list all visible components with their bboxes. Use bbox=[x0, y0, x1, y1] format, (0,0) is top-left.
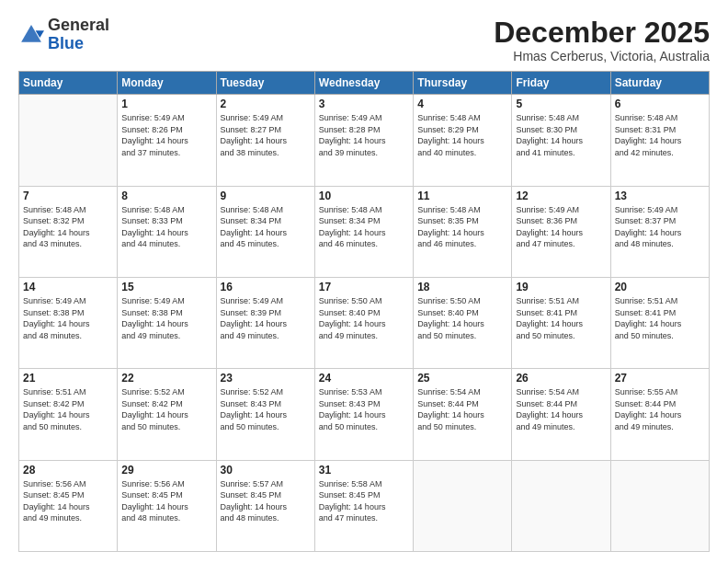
calendar-cell: 13Sunrise: 5:49 AMSunset: 8:37 PMDayligh… bbox=[610, 186, 709, 277]
day-info: Sunrise: 5:49 AMSunset: 8:27 PMDaylight:… bbox=[221, 112, 311, 158]
day-number: 26 bbox=[516, 372, 606, 385]
calendar-title: December 2025 bbox=[494, 17, 710, 49]
day-number: 18 bbox=[417, 281, 507, 293]
logo-icon bbox=[18, 22, 44, 48]
calendar-cell: 17Sunrise: 5:50 AMSunset: 8:40 PMDayligh… bbox=[314, 277, 413, 368]
day-number: 19 bbox=[516, 281, 606, 293]
calendar-cell: 8Sunrise: 5:48 AMSunset: 8:33 PMDaylight… bbox=[118, 186, 216, 277]
calendar-cell: 24Sunrise: 5:53 AMSunset: 8:43 PMDayligh… bbox=[314, 369, 413, 460]
day-info: Sunrise: 5:56 AMSunset: 8:45 PMDaylight:… bbox=[23, 478, 113, 524]
day-info: Sunrise: 5:53 AMSunset: 8:43 PMDaylight:… bbox=[319, 386, 409, 432]
day-info: Sunrise: 5:54 AMSunset: 8:44 PMDaylight:… bbox=[516, 386, 606, 432]
calendar-cell: 23Sunrise: 5:52 AMSunset: 8:43 PMDayligh… bbox=[216, 369, 314, 460]
calendar-table: SundayMondayTuesdayWednesdayThursdayFrid… bbox=[18, 71, 710, 552]
day-number: 2 bbox=[221, 98, 311, 110]
header-tuesday: Tuesday bbox=[216, 72, 314, 95]
calendar-subtitle: Hmas Cerberus, Victoria, Australia bbox=[494, 49, 710, 63]
day-number: 12 bbox=[516, 190, 606, 202]
day-number: 30 bbox=[221, 464, 311, 477]
calendar-week-1: 1Sunrise: 5:49 AMSunset: 8:26 PMDaylight… bbox=[19, 95, 710, 186]
day-info: Sunrise: 5:48 AMSunset: 8:34 PMDaylight:… bbox=[221, 204, 311, 250]
day-number: 28 bbox=[23, 464, 113, 477]
calendar-cell: 25Sunrise: 5:54 AMSunset: 8:44 PMDayligh… bbox=[414, 369, 512, 460]
calendar-cell bbox=[19, 95, 118, 186]
calendar-cell: 5Sunrise: 5:48 AMSunset: 8:30 PMDaylight… bbox=[512, 95, 610, 186]
calendar-cell: 4Sunrise: 5:48 AMSunset: 8:29 PMDaylight… bbox=[414, 95, 512, 186]
day-info: Sunrise: 5:50 AMSunset: 8:40 PMDaylight:… bbox=[417, 295, 507, 341]
day-info: Sunrise: 5:56 AMSunset: 8:45 PMDaylight:… bbox=[121, 478, 211, 524]
calendar-cell: 19Sunrise: 5:51 AMSunset: 8:41 PMDayligh… bbox=[512, 277, 610, 368]
header: General Blue December 2025 Hmas Cerberus… bbox=[18, 17, 710, 63]
header-monday: Monday bbox=[118, 72, 216, 95]
calendar-cell: 2Sunrise: 5:49 AMSunset: 8:27 PMDaylight… bbox=[216, 95, 314, 186]
day-number: 31 bbox=[319, 464, 409, 477]
logo-general: General bbox=[48, 16, 109, 34]
calendar-cell: 15Sunrise: 5:49 AMSunset: 8:38 PMDayligh… bbox=[118, 277, 216, 368]
day-info: Sunrise: 5:48 AMSunset: 8:30 PMDaylight:… bbox=[516, 112, 606, 158]
calendar-cell: 7Sunrise: 5:48 AMSunset: 8:32 PMDaylight… bbox=[19, 186, 118, 277]
header-sunday: Sunday bbox=[19, 72, 118, 95]
day-info: Sunrise: 5:49 AMSunset: 8:28 PMDaylight:… bbox=[319, 112, 409, 158]
calendar-cell: 6Sunrise: 5:48 AMSunset: 8:31 PMDaylight… bbox=[610, 95, 709, 186]
day-number: 6 bbox=[615, 98, 705, 110]
calendar-cell: 14Sunrise: 5:49 AMSunset: 8:38 PMDayligh… bbox=[19, 277, 118, 368]
day-number: 29 bbox=[121, 464, 211, 477]
calendar-cell: 11Sunrise: 5:48 AMSunset: 8:35 PMDayligh… bbox=[414, 186, 512, 277]
calendar-cell: 30Sunrise: 5:57 AMSunset: 8:45 PMDayligh… bbox=[216, 460, 314, 551]
day-number: 7 bbox=[23, 190, 113, 202]
day-info: Sunrise: 5:49 AMSunset: 8:36 PMDaylight:… bbox=[516, 204, 606, 250]
day-info: Sunrise: 5:51 AMSunset: 8:41 PMDaylight:… bbox=[615, 295, 705, 341]
calendar-cell: 18Sunrise: 5:50 AMSunset: 8:40 PMDayligh… bbox=[414, 277, 512, 368]
day-number: 14 bbox=[23, 281, 113, 293]
calendar-cell: 20Sunrise: 5:51 AMSunset: 8:41 PMDayligh… bbox=[610, 277, 709, 368]
day-number: 1 bbox=[121, 98, 211, 110]
day-number: 25 bbox=[417, 372, 507, 385]
day-info: Sunrise: 5:48 AMSunset: 8:34 PMDaylight:… bbox=[319, 204, 409, 250]
calendar-week-3: 14Sunrise: 5:49 AMSunset: 8:38 PMDayligh… bbox=[19, 277, 710, 368]
day-info: Sunrise: 5:48 AMSunset: 8:32 PMDaylight:… bbox=[23, 204, 113, 250]
day-number: 22 bbox=[121, 372, 211, 385]
calendar-week-4: 21Sunrise: 5:51 AMSunset: 8:42 PMDayligh… bbox=[19, 369, 710, 460]
day-info: Sunrise: 5:48 AMSunset: 8:31 PMDaylight:… bbox=[615, 112, 705, 158]
calendar-cell: 9Sunrise: 5:48 AMSunset: 8:34 PMDaylight… bbox=[216, 186, 314, 277]
calendar-cell: 26Sunrise: 5:54 AMSunset: 8:44 PMDayligh… bbox=[512, 369, 610, 460]
calendar-cell: 29Sunrise: 5:56 AMSunset: 8:45 PMDayligh… bbox=[118, 460, 216, 551]
day-number: 9 bbox=[221, 190, 311, 202]
day-number: 15 bbox=[121, 281, 211, 293]
day-number: 27 bbox=[615, 372, 705, 385]
day-number: 17 bbox=[319, 281, 409, 293]
logo-blue: Blue bbox=[48, 34, 84, 52]
header-friday: Friday bbox=[512, 72, 610, 95]
day-info: Sunrise: 5:48 AMSunset: 8:35 PMDaylight:… bbox=[417, 204, 507, 250]
calendar-cell: 3Sunrise: 5:49 AMSunset: 8:28 PMDaylight… bbox=[314, 95, 413, 186]
day-info: Sunrise: 5:57 AMSunset: 8:45 PMDaylight:… bbox=[221, 478, 311, 524]
day-info: Sunrise: 5:49 AMSunset: 8:37 PMDaylight:… bbox=[615, 204, 705, 250]
calendar-cell bbox=[512, 460, 610, 551]
day-info: Sunrise: 5:58 AMSunset: 8:45 PMDaylight:… bbox=[319, 478, 409, 524]
calendar-week-2: 7Sunrise: 5:48 AMSunset: 8:32 PMDaylight… bbox=[19, 186, 710, 277]
title-block: December 2025 Hmas Cerberus, Victoria, A… bbox=[494, 17, 710, 63]
calendar-cell: 1Sunrise: 5:49 AMSunset: 8:26 PMDaylight… bbox=[118, 95, 216, 186]
calendar-cell: 22Sunrise: 5:52 AMSunset: 8:42 PMDayligh… bbox=[118, 369, 216, 460]
day-number: 13 bbox=[615, 190, 705, 202]
logo: General Blue bbox=[18, 17, 109, 53]
header-thursday: Thursday bbox=[414, 72, 512, 95]
day-info: Sunrise: 5:55 AMSunset: 8:44 PMDaylight:… bbox=[615, 386, 705, 432]
day-number: 21 bbox=[23, 372, 113, 385]
calendar-cell: 12Sunrise: 5:49 AMSunset: 8:36 PMDayligh… bbox=[512, 186, 610, 277]
calendar-cell: 28Sunrise: 5:56 AMSunset: 8:45 PMDayligh… bbox=[19, 460, 118, 551]
day-number: 5 bbox=[516, 98, 606, 110]
calendar-cell: 10Sunrise: 5:48 AMSunset: 8:34 PMDayligh… bbox=[314, 186, 413, 277]
day-number: 23 bbox=[221, 372, 311, 385]
day-info: Sunrise: 5:48 AMSunset: 8:33 PMDaylight:… bbox=[121, 204, 211, 250]
day-number: 16 bbox=[221, 281, 311, 293]
day-number: 8 bbox=[121, 190, 211, 202]
day-info: Sunrise: 5:51 AMSunset: 8:41 PMDaylight:… bbox=[516, 295, 606, 341]
day-info: Sunrise: 5:54 AMSunset: 8:44 PMDaylight:… bbox=[417, 386, 507, 432]
header-saturday: Saturday bbox=[610, 72, 709, 95]
calendar-header-row: SundayMondayTuesdayWednesdayThursdayFrid… bbox=[19, 72, 710, 95]
day-info: Sunrise: 5:49 AMSunset: 8:39 PMDaylight:… bbox=[221, 295, 311, 341]
day-number: 24 bbox=[319, 372, 409, 385]
calendar-cell: 16Sunrise: 5:49 AMSunset: 8:39 PMDayligh… bbox=[216, 277, 314, 368]
day-number: 11 bbox=[417, 190, 507, 202]
